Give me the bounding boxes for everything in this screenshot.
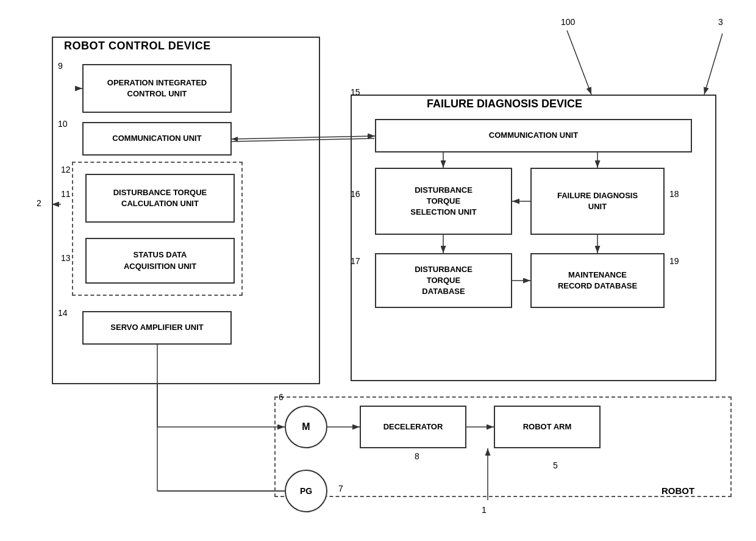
motor-label: M xyxy=(302,421,310,432)
ref-18: 18 xyxy=(669,189,679,199)
motor-circle: M xyxy=(285,406,327,448)
ref-13: 13 xyxy=(61,253,71,263)
ref-9: 9 xyxy=(58,61,63,71)
ref-8: 8 xyxy=(415,451,419,461)
ref-15: 15 xyxy=(351,87,360,97)
ref-7: 7 xyxy=(338,484,343,493)
decelerator-label: DECELERATOR xyxy=(383,421,443,432)
servo-amp-label: SERVO AMPLIFIER UNIT xyxy=(110,322,203,333)
disturbance-torque-calculation-unit: DISTURBANCE TORQUE CALCULATION UNIT xyxy=(85,174,235,223)
robot-label: ROBOT xyxy=(661,485,694,496)
status-data-label: STATUS DATA ACQUISITION UNIT xyxy=(124,249,196,271)
dist-torque-db-label: DISTURBANCE TORQUE DATABASE xyxy=(415,264,472,298)
failure-diag-unit-label: FAILURE DIAGNOSIS UNIT xyxy=(557,190,638,212)
ref-5: 5 xyxy=(553,460,558,470)
svg-line-3 xyxy=(704,34,722,95)
robot-arm-block: ROBOT ARM xyxy=(494,406,601,448)
communication-unit-left: COMMUNICATION UNIT xyxy=(82,122,232,156)
ref-100: 100 xyxy=(561,17,575,27)
operation-integrated-label: OPERATION INTEGRATED CONTROL UNIT xyxy=(107,77,207,99)
failure-diagnosis-device-title: FAILURE DIAGNOSIS DEVICE xyxy=(427,98,582,110)
diagram-container: ROBOT CONTROL DEVICE OPERATION INTEGRATE… xyxy=(0,0,756,541)
ref-16: 16 xyxy=(351,189,360,199)
comm-unit-left-label: COMMUNICATION UNIT xyxy=(112,133,201,144)
ref-19: 19 xyxy=(669,256,679,266)
pg-label: PG xyxy=(300,486,312,496)
ref-17: 17 xyxy=(351,256,360,266)
decelerator-block: DECELERATOR xyxy=(360,406,466,448)
maint-record-db-label: MAINTENANCE RECORD DATABASE xyxy=(558,270,637,292)
servo-amplifier-unit: SERVO AMPLIFIER UNIT xyxy=(82,311,232,345)
comm-unit-right-label: COMMUNICATION UNIT xyxy=(489,130,578,141)
maintenance-record-database: MAINTENANCE RECORD DATABASE xyxy=(530,253,665,308)
ref-14: 14 xyxy=(58,308,68,318)
ref-10: 10 xyxy=(58,119,68,129)
disturbance-torque-database: DISTURBANCE TORQUE DATABASE xyxy=(375,253,512,308)
failure-diagnosis-unit: FAILURE DIAGNOSIS UNIT xyxy=(530,168,665,235)
dist-torque-sel-label: DISTURBANCE TORQUE SELECTION UNIT xyxy=(410,185,476,218)
status-data-acquisition-unit: STATUS DATA ACQUISITION UNIT xyxy=(85,238,235,284)
operation-integrated-control-unit: OPERATION INTEGRATED CONTROL UNIT xyxy=(82,64,232,113)
disturbance-calc-label: DISTURBANCE TORQUE CALCULATION UNIT xyxy=(113,187,207,209)
ref-11: 11 xyxy=(61,189,71,199)
communication-unit-right: COMMUNICATION UNIT xyxy=(375,119,692,152)
disturbance-torque-selection-unit: DISTURBANCE TORQUE SELECTION UNIT xyxy=(375,168,512,235)
ref-2: 2 xyxy=(37,198,41,208)
ref-12: 12 xyxy=(61,165,71,174)
ref-3: 3 xyxy=(718,17,723,27)
ref-1: 1 xyxy=(482,505,487,515)
robot-arm-label: ROBOT ARM xyxy=(523,421,572,432)
robot-control-device-title: ROBOT CONTROL DEVICE xyxy=(64,40,211,52)
pg-circle: PG xyxy=(285,470,327,512)
ref-6: 6 xyxy=(279,392,284,402)
svg-line-2 xyxy=(567,30,591,95)
